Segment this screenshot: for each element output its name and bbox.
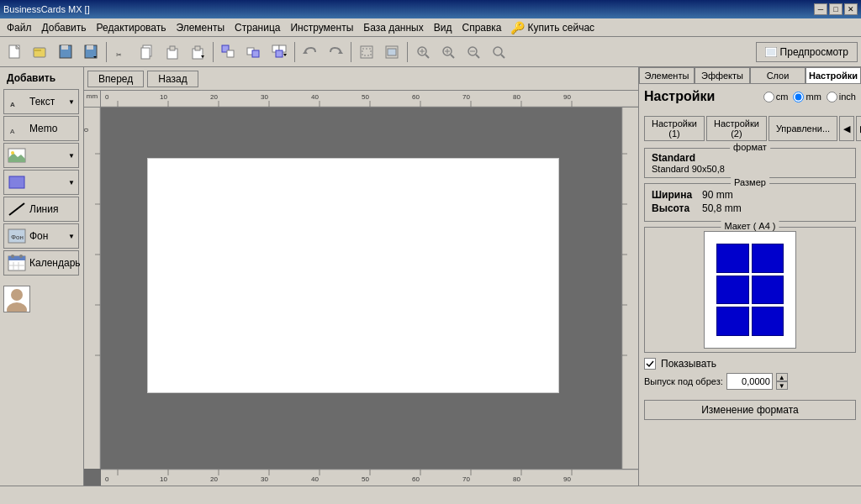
paste-btn2[interactable] [186,40,209,64]
card-cell-6 [752,307,784,336]
svg-marker-24 [283,54,287,56]
cut-btn[interactable]: ✂ [110,40,134,64]
svg-rect-3 [34,50,41,51]
add-memo-btn[interactable]: A Memo [3,116,79,141]
tab-settings[interactable]: Настройки [806,67,861,83]
bleed-input[interactable] [726,373,773,390]
svg-point-42 [494,47,502,55]
show-checkbox[interactable] [644,358,656,370]
save-arrow-btn[interactable] [79,40,103,64]
menu-help[interactable]: Справка [457,20,506,35]
save-btn[interactable] [54,40,77,64]
add-image-btn[interactable]: ▼ [3,143,79,168]
left-panel-header: Добавить [3,71,80,86]
add-calendar-btn[interactable]: Календарь [3,250,79,276]
sep1 [106,42,107,62]
unit-cm[interactable]: cm [763,92,789,102]
show-label: Показывать [661,358,716,370]
unit-row: cm mm inch [763,92,856,102]
add-line-btn[interactable]: Линия [3,197,79,222]
sep2 [213,42,214,62]
nav-bar: Вперед Назад [84,67,638,91]
menu-edit[interactable]: Редактировать [92,20,172,35]
paste-btn[interactable] [161,40,184,64]
sub-tab-next[interactable]: ▶ [856,116,861,141]
bleed-spinner: ▲ ▼ [776,373,788,390]
sub-tab-2[interactable]: Настройки (2) [706,116,767,141]
layout-label: Макет ( A4 ) [721,221,779,231]
ruler-left: 0 10 20 30 40 50 [84,108,101,469]
svg-text:Фон: Фон [11,234,24,241]
width-label: Ширина [652,189,702,201]
arrange-btn3[interactable] [267,40,291,64]
menu-file[interactable]: Файл [2,20,37,35]
svg-line-40 [476,55,479,58]
menu-view[interactable]: Вид [429,20,457,35]
arrange-btn2[interactable] [242,40,266,64]
forward-btn[interactable]: Вперед [87,71,144,87]
change-format-btn[interactable]: Изменение формата [644,400,856,420]
image-icon [8,146,26,165]
menu-elements[interactable]: Элементы [171,20,230,35]
a4-sheet [704,231,796,349]
close-btn[interactable]: ✕ [844,3,858,15]
zoom-out-btn[interactable] [462,40,485,64]
right-panel: Элементы Эффекты Слои Настройки Настройк… [638,67,861,486]
sub-tab-prev[interactable]: ◀ [839,116,854,141]
zoom-in-btn[interactable] [436,40,460,64]
minimize-btn[interactable]: ─ [814,3,827,15]
svg-marker-25 [303,50,308,54]
calendar-icon [8,254,26,272]
add-shape-btn[interactable]: ▼ [3,170,79,195]
maximize-btn[interactable]: □ [829,3,843,15]
svg-line-54 [9,203,24,215]
show-row: Показывать [644,358,856,370]
card-cell-3 [716,276,749,305]
image-arrow-icon: ▼ [68,152,75,160]
sub-tab-manage[interactable]: Управлени... [769,116,837,141]
align-btn2[interactable] [380,40,404,64]
bleed-down[interactable]: ▼ [776,381,788,390]
svg-point-63 [19,255,23,258]
svg-text:✂: ✂ [116,51,122,59]
svg-text:50: 50 [362,93,369,101]
tab-effects[interactable]: Эффекты [695,67,750,83]
layout-section: Макет ( A4 ) [644,227,856,353]
open-btn[interactable] [29,40,52,64]
sub-tab-1[interactable]: Настройки (1) [644,116,705,141]
new-btn[interactable] [3,40,27,64]
svg-text:10: 10 [160,475,167,483]
svg-rect-30 [388,49,396,55]
tab-layers[interactable]: Слои [750,67,806,83]
unit-inch[interactable]: inch [827,92,856,102]
zoom-fit-btn[interactable] [411,40,435,64]
svg-text:40: 40 [311,93,319,101]
design-canvas[interactable] [101,108,638,469]
menu-buy[interactable]: 🔑 Купить сейчас [510,21,595,34]
svg-text:30: 30 [261,475,268,483]
menu-page[interactable]: Страница [230,20,285,35]
back-btn[interactable]: Назад [147,71,198,87]
zoom-100-btn[interactable] [487,40,510,64]
copy-btn[interactable] [135,40,159,64]
business-card[interactable] [147,158,559,393]
redo-btn[interactable] [324,40,347,64]
menu-add[interactable]: Добавить [37,20,92,35]
bg-icon: Фон [8,227,26,245]
svg-text:20: 20 [210,93,218,101]
menu-tools[interactable]: Инструменты [285,20,358,35]
align-btn[interactable] [355,40,378,64]
svg-text:40: 40 [311,475,319,483]
tab-elements[interactable]: Элементы [639,67,695,83]
menu-database[interactable]: База данных [358,20,428,35]
preview-btn[interactable]: Предпросмотр [756,42,858,62]
unit-mm[interactable]: mm [793,92,821,102]
undo-btn[interactable] [298,40,322,64]
add-text-btn[interactable]: A Текст ▼ [3,89,79,114]
bleed-up[interactable]: ▲ [776,373,788,381]
tabs-row: Элементы Эффекты Слои Настройки [639,67,861,84]
add-bg-btn[interactable]: Фон Фон ▼ [3,223,79,249]
svg-text:80: 80 [513,475,520,483]
svg-point-62 [11,255,14,258]
arrange-btn[interactable] [217,40,240,64]
